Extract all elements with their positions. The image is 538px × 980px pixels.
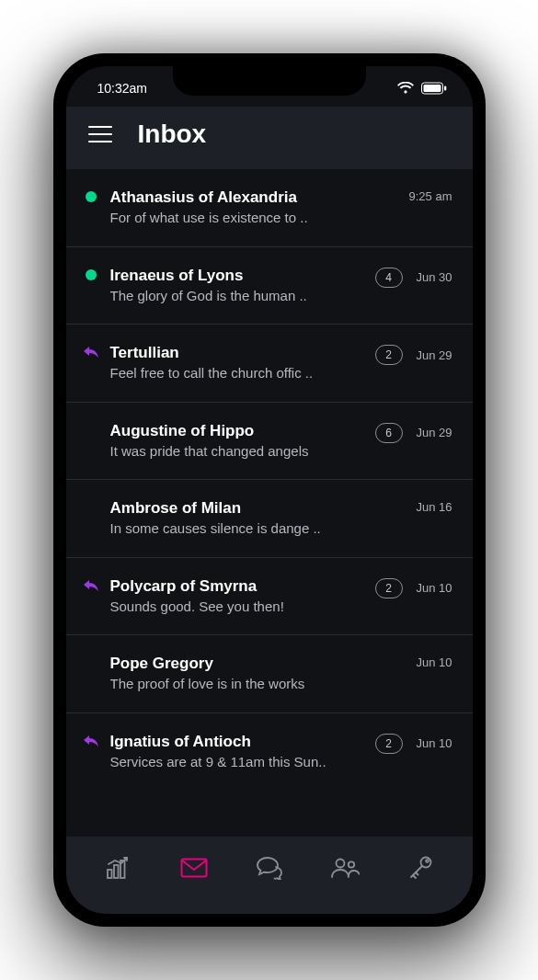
message-preview: The proof of love is in the works (110, 675, 401, 693)
key-icon (407, 855, 433, 881)
message-row[interactable]: Polycarp of SmyrnaSounds good. See you t… (66, 558, 473, 636)
indicator-empty (83, 654, 99, 657)
indicator-empty (83, 421, 99, 425)
people-nav-button[interactable] (323, 846, 367, 890)
reply-icon (83, 343, 99, 359)
message-meta: 9:25 am (409, 188, 452, 203)
svg-rect-3 (108, 870, 112, 878)
unread-dot-icon (83, 266, 99, 280)
message-meta: 6Jun 29 (375, 421, 452, 443)
stats-icon (106, 856, 132, 880)
message-time: Jun 29 (412, 348, 452, 362)
message-sender: Augustine of Hippo (110, 421, 364, 440)
message-meta: Jun 16 (412, 498, 452, 514)
thread-count-badge: 2 (375, 578, 403, 598)
message-preview: In some causes silence is dange .. (110, 519, 401, 538)
people-icon (330, 857, 360, 879)
svg-rect-1 (423, 85, 441, 92)
status-time: 10:32am (97, 81, 147, 96)
battery-icon (421, 82, 447, 95)
svg-rect-2 (444, 86, 446, 91)
message-row[interactable]: Pope GregoryThe proof of love is in the … (66, 635, 473, 713)
message-meta: 2Jun 10 (375, 732, 452, 754)
message-meta: Jun 10 (412, 654, 452, 669)
message-content: Irenaeus of LyonsThe glory of God is the… (110, 266, 364, 306)
message-meta: 2Jun 29 (375, 343, 452, 365)
message-time: 9:25 am (409, 189, 452, 203)
message-preview: Feel free to call the church offic .. (110, 364, 364, 382)
message-time: Jun 10 (412, 581, 452, 595)
svg-point-10 (426, 860, 429, 862)
svg-rect-4 (114, 865, 119, 878)
phone-frame: 10:32am Inbox Athanasius of Alex (53, 53, 486, 927)
mail-icon (180, 858, 208, 878)
stats-nav-button[interactable] (97, 846, 141, 890)
message-sender: Ignatius of Antioch (110, 732, 364, 751)
message-sender: Pope Gregory (110, 654, 401, 673)
message-row[interactable]: Ignatius of AntiochServices are at 9 & 1… (66, 713, 473, 791)
svg-rect-6 (181, 860, 206, 877)
svg-point-8 (348, 861, 353, 867)
message-row[interactable]: Ambrose of MilanIn some causes silence i… (66, 480, 473, 558)
message-preview: The glory of God is the human .. (110, 287, 364, 305)
thread-count-badge: 2 (375, 734, 403, 754)
message-sender: Ambrose of Milan (110, 498, 401, 518)
app-bar: Inbox (66, 107, 473, 169)
message-content: Ignatius of AntiochServices are at 9 & 1… (110, 732, 364, 772)
message-preview: Services are at 9 & 11am this Sun.. (110, 753, 364, 771)
thread-count-badge: 6 (375, 423, 403, 443)
message-row[interactable]: Irenaeus of LyonsThe glory of God is the… (66, 247, 473, 325)
message-meta: 4Jun 30 (375, 266, 452, 288)
message-content: Ambrose of MilanIn some causes silence i… (110, 498, 401, 539)
message-time: Jun 30 (412, 270, 452, 284)
reply-icon (83, 576, 99, 593)
indicator-empty (83, 498, 99, 502)
mail-nav-button[interactable] (172, 846, 216, 890)
svg-point-7 (336, 860, 344, 868)
message-row[interactable]: Augustine of HippoIt was pride that chan… (66, 403, 473, 481)
message-content: Augustine of HippoIt was pride that chan… (110, 421, 364, 462)
screen: 10:32am Inbox Athanasius of Alex (66, 66, 473, 914)
chat-icon (256, 856, 283, 880)
message-preview: It was pride that changed angels (110, 442, 364, 461)
thread-count-badge: 2 (375, 345, 403, 365)
message-meta: 2Jun 10 (375, 576, 452, 598)
message-content: Polycarp of SmyrnaSounds good. See you t… (110, 576, 364, 617)
message-content: Athanasius of AlexandriaFor of what use … (110, 188, 398, 228)
reply-icon (83, 732, 99, 748)
menu-button[interactable] (88, 126, 112, 142)
message-preview: Sounds good. See you then! (110, 598, 364, 616)
message-list: Athanasius of AlexandriaFor of what use … (66, 169, 473, 837)
message-time: Jun 10 (412, 736, 452, 750)
notch (173, 66, 366, 96)
chat-nav-button[interactable] (247, 846, 292, 890)
unread-dot-icon (83, 188, 99, 202)
bottom-nav (66, 837, 473, 899)
message-sender: Polycarp of Smyrna (110, 576, 364, 596)
message-time: Jun 29 (412, 426, 452, 439)
message-preview: For of what use is existence to .. (110, 209, 398, 227)
wifi-icon (397, 82, 414, 95)
message-content: TertullianFeel free to call the church o… (110, 343, 364, 383)
message-sender: Irenaeus of Lyons (110, 266, 364, 285)
home-indicator-area (66, 899, 473, 914)
message-sender: Tertullian (110, 343, 364, 362)
message-row[interactable]: TertullianFeel free to call the church o… (66, 325, 473, 403)
message-sender: Athanasius of Alexandria (110, 188, 398, 207)
thread-count-badge: 4 (375, 268, 403, 288)
message-time: Jun 10 (412, 655, 452, 669)
page-title: Inbox (138, 120, 207, 149)
message-content: Pope GregoryThe proof of love is in the … (110, 654, 401, 694)
message-row[interactable]: Athanasius of AlexandriaFor of what use … (66, 169, 473, 247)
message-time: Jun 16 (412, 500, 452, 514)
key-nav-button[interactable] (398, 846, 442, 890)
